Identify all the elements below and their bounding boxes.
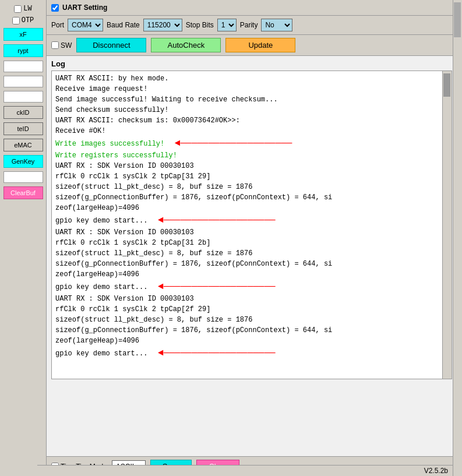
log-line: Receive #OK! — [55, 126, 439, 136]
outer-panel: LW OTP xF rypt ckID teID eMAC GenKey Cle… — [0, 0, 462, 476]
disconnect-button[interactable]: Disconnect — [76, 38, 146, 52]
arrow-icon: ◄———————————————————— — [152, 215, 275, 225]
sidebar-input-3[interactable] — [3, 91, 43, 103]
log-line: sizeof(struct ll_pkt_desc) = 8, buf size… — [55, 182, 439, 192]
version-bar: V2.5.2b — [37, 465, 453, 476]
port-label: Port — [51, 21, 64, 29]
window-scrollbar-thumb — [454, 2, 461, 37]
log-line: UART RX : SDK Version ID 00030103 — [55, 227, 439, 238]
log-line: zeof(largeHeap)=4096 — [55, 203, 439, 213]
log-content[interactable]: UART RX ASCII: by hex mode.Receive image… — [52, 71, 442, 379]
log-scrollbar-thumb — [443, 73, 450, 97]
port-row: Port COM4 COM1 COM2 COM3 Baud Rate 11520… — [47, 16, 453, 35]
log-line: Send image successful! Waiting to receiv… — [55, 94, 439, 105]
sidebar-input-4[interactable] — [3, 171, 43, 183]
log-line: gpio key demo start... ◄————————————————… — [55, 213, 439, 227]
lw-checkbox[interactable] — [14, 5, 22, 13]
rypt-button[interactable]: rypt — [3, 44, 43, 57]
sidebar: LW OTP xF rypt ckID teID eMAC GenKey Cle… — [0, 0, 47, 476]
log-line: UART RX : SDK Version ID 00030103 — [55, 294, 439, 304]
sw-label: SW — [61, 41, 72, 50]
arrow-icon: ◄———————————————————— — [169, 138, 292, 149]
uart-header: UART Setting — [47, 0, 453, 16]
emac-button[interactable]: eMAC — [3, 139, 43, 151]
log-line: sizeof(g_pConnectionBuffer) = 1876, size… — [55, 192, 439, 203]
log-line: Receive image request! — [55, 84, 439, 94]
log-area-container: UART RX ASCII: by hex mode.Receive image… — [51, 70, 452, 379]
otp-checkbox-row: OTP — [12, 16, 34, 24]
log-line: Write registers successfully! — [55, 150, 439, 161]
log-line: zeof(largeHeap)=4096 — [55, 336, 439, 346]
log-line: sizeof(struct ll_pkt_desc) = 8, buf size… — [55, 248, 439, 259]
log-line: UART RX : SDK Version ID 00030103 — [55, 161, 439, 171]
otp-checkbox[interactable] — [12, 17, 20, 24]
log-line: gpio key demo start... ◄————————————————… — [55, 280, 439, 294]
log-line: rfClk 0 rcClk 1 sysClk 2 tpCap[2f 29] — [55, 304, 439, 315]
stop-select[interactable]: 1 2 — [217, 19, 237, 31]
log-line: Write images successfully! ◄————————————… — [55, 136, 439, 150]
action-row: SW Disconnect AutoCheck Update — [47, 35, 453, 56]
log-title: Log — [51, 59, 448, 68]
port-select[interactable]: COM4 COM1 COM2 COM3 — [68, 19, 103, 31]
log-line: gpio key demo start... ◄————————————————… — [55, 346, 439, 360]
baud-label: Baud Rate — [107, 21, 140, 29]
log-scrollbar[interactable] — [442, 71, 452, 379]
log-line: Send checksum successfully! — [55, 105, 439, 115]
log-line: rfClk 0 rcClk 1 sysClk 2 tpCap[31 2b] — [55, 238, 439, 248]
lw-label: LW — [23, 5, 31, 13]
clearbuf-button[interactable]: ClearBuf — [3, 186, 43, 199]
genkey-button[interactable]: GenKey — [3, 155, 43, 168]
uart-checkbox[interactable] — [51, 4, 59, 12]
log-line: sizeof(struct ll_pkt_desc) = 8, buf size… — [55, 315, 439, 325]
log-line: UART RX ASCII: checksum is: 0x00073642#O… — [55, 115, 439, 126]
window-scrollbar[interactable] — [453, 0, 462, 476]
xf-button[interactable]: xF — [3, 28, 43, 41]
update-button[interactable]: Update — [225, 38, 295, 52]
sidebar-input-2[interactable] — [3, 76, 43, 87]
main-panel: UART Setting Port COM4 COM1 COM2 COM3 Ba… — [47, 0, 453, 476]
autocheck-button[interactable]: AutoCheck — [151, 38, 221, 52]
stop-label: Stop Bits — [186, 21, 214, 29]
sw-checkbox[interactable] — [51, 41, 59, 49]
log-line: UART RX ASCII: by hex mode. — [55, 73, 439, 84]
parity-select[interactable]: No Even Odd — [261, 19, 292, 31]
baud-select[interactable]: 115200 9600 38400 57600 — [143, 19, 182, 31]
log-line: rfClk 0 rcClk 1 sysClk 2 tpCap[31 29] — [55, 171, 439, 182]
log-line: sizeof(g_pConnectionBuffer) = 1876, size… — [55, 325, 439, 336]
sidebar-input-1[interactable] — [3, 61, 43, 72]
log-line: sizeof(g_pConnectionBuffer) = 1876, size… — [55, 259, 439, 269]
log-section: Log UART RX ASCII: by hex mode.Receive i… — [47, 56, 453, 456]
uart-title: UART Setting — [62, 3, 107, 12]
ckid-button[interactable]: ckID — [3, 106, 43, 119]
parity-label: Parity — [240, 21, 258, 29]
arrow-icon: ◄———————————————————— — [152, 281, 275, 292]
log-line: zeof(largeHeap)=4096 — [55, 269, 439, 280]
sw-row: SW — [51, 41, 72, 50]
arrow-icon: ◄———————————————————— — [152, 348, 275, 358]
version-text: V2.5.2b — [424, 467, 448, 475]
lw-checkbox-row: LW — [14, 5, 31, 13]
otp-label: OTP — [22, 16, 34, 24]
teid-button[interactable]: teID — [3, 122, 43, 135]
